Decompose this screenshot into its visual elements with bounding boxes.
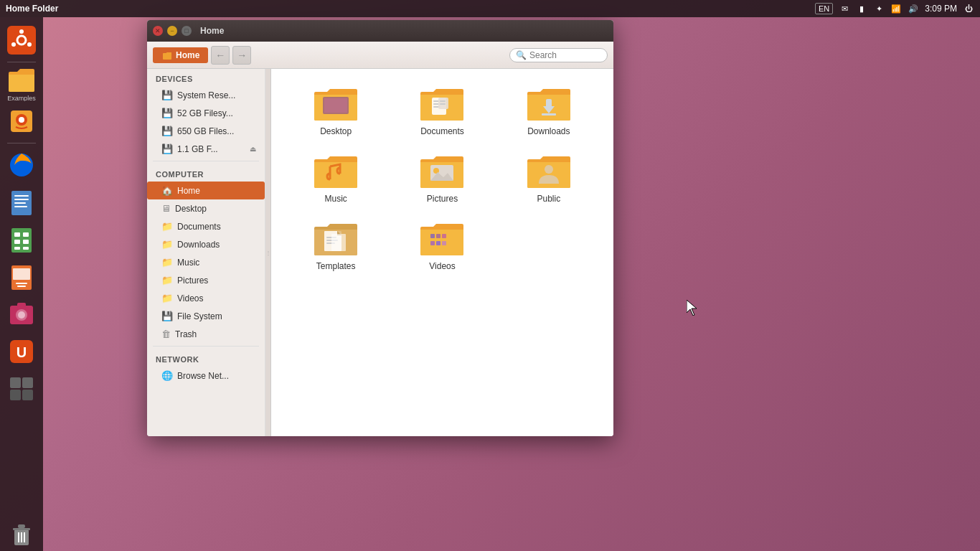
dock-item-ubuntu[interactable] — [4, 23, 39, 57]
power-icon[interactable]: ⏻ — [963, 3, 974, 14]
svg-point-28 — [18, 311, 25, 319]
sidebar-item-52gb[interactable]: 💾 52 GB Filesy... — [147, 104, 265, 122]
search-input[interactable] — [529, 50, 601, 60]
back-button[interactable]: ← — [211, 46, 230, 65]
eject-button[interactable]: ⏏ — [250, 145, 256, 153]
sidebar-resize-handle[interactable]: ⋮ — [265, 69, 271, 436]
sidebar-label-1gb: 1.1 GB F... — [177, 144, 218, 154]
svg-rect-25 — [17, 286, 26, 287]
folder-music-label: Music — [324, 194, 347, 204]
dock-item-workspace[interactable] — [4, 372, 39, 406]
dock-separator-2 — [7, 143, 36, 143]
svg-rect-19 — [23, 240, 29, 244]
dock-item-trash[interactable] — [4, 517, 39, 551]
maximize-button[interactable]: □ — [182, 26, 192, 36]
mail-icon[interactable]: ✉ — [839, 3, 850, 14]
file-manager-window: ✕ − □ Home Home ← → 🔍 Devices — [147, 20, 613, 436]
svg-rect-17 — [23, 232, 29, 237]
minimize-button[interactable]: − — [167, 26, 177, 36]
dock-item-impress[interactable] — [4, 260, 39, 294]
svg-rect-66 — [430, 234, 435, 238]
clock: 3:09 PM — [925, 4, 957, 14]
sidebar: Devices 💾 System Rese... 💾 52 GB Filesy.… — [147, 69, 265, 436]
battery-icon[interactable]: ▮ — [856, 3, 867, 14]
sidebar-label-650gb: 650 GB Files... — [177, 126, 234, 136]
sidebar-label-desktop: Desktop — [175, 204, 207, 214]
svg-rect-11 — [14, 195, 29, 197]
svg-point-4 — [11, 42, 16, 47]
sidebar-item-650gb[interactable]: 💾 650 GB Files... — [147, 122, 265, 140]
dock-item-firefox[interactable] — [4, 148, 39, 182]
folder-desktop-icon — [313, 86, 359, 123]
drive-icon-1: 💾 — [161, 90, 173, 100]
svg-rect-32 — [10, 377, 21, 388]
keyboard-indicator[interactable]: EN — [815, 3, 833, 14]
sidebar-section-computer: Computer — [147, 164, 265, 182]
dock-item-writer[interactable] — [4, 185, 39, 220]
svg-rect-69 — [430, 241, 435, 245]
close-button[interactable]: ✕ — [153, 26, 163, 36]
svg-rect-67 — [436, 234, 440, 238]
dock-item-calc[interactable] — [4, 222, 39, 257]
sidebar-item-music[interactable]: 📁 Music — [147, 253, 265, 271]
forward-button[interactable]: → — [232, 46, 251, 65]
sidebar-item-system-reserved[interactable]: 💾 System Rese... — [147, 86, 265, 104]
folder-public-label: Public — [537, 194, 560, 204]
search-box[interactable]: 🔍 — [509, 48, 608, 62]
content-area: Devices 💾 System Rese... 💾 52 GB Filesy.… — [147, 69, 613, 436]
documents-icon: 📁 — [161, 221, 173, 232]
svg-rect-12 — [14, 199, 29, 200]
sidebar-item-documents[interactable]: 📁 Documents — [147, 217, 265, 235]
sidebar-item-downloads[interactable]: 📁 Downloads — [147, 235, 265, 253]
sidebar-section-devices: Devices — [147, 69, 265, 86]
folder-desktop[interactable]: Desktop — [283, 80, 389, 142]
wifi-icon[interactable]: 📶 — [890, 3, 902, 14]
sidebar-divider-2 — [153, 346, 259, 347]
folder-downloads-icon — [526, 86, 572, 123]
svg-rect-70 — [436, 241, 440, 245]
network-icon: 🌐 — [161, 370, 173, 381]
sidebar-item-1gb[interactable]: 💾 1.1 GB F... ⏏ — [147, 140, 265, 158]
folder-videos[interactable]: Videos — [389, 215, 495, 277]
dock-item-shotwell[interactable] — [4, 297, 39, 331]
folder-public[interactable]: Public — [496, 148, 602, 209]
sidebar-label-pictures: Pictures — [177, 276, 208, 286]
sidebar-item-pictures[interactable]: 📁 Pictures — [147, 271, 265, 289]
svg-rect-29 — [17, 303, 26, 307]
dock-item-ubuntu-one[interactable]: U — [4, 334, 39, 369]
sidebar-label-trash: Trash — [175, 329, 197, 339]
toolbar: Home ← → 🔍 — [147, 42, 613, 69]
sidebar-item-desktop[interactable]: 🖥 Desktop — [147, 199, 265, 217]
sidebar-item-home[interactable]: 🏠 Home — [147, 182, 265, 199]
bluetooth-icon[interactable]: ✦ — [873, 3, 885, 14]
svg-rect-51 — [440, 103, 446, 105]
folder-documents[interactable]: Documents — [389, 80, 495, 142]
sidebar-label-videos: Videos — [177, 293, 203, 303]
sidebar-item-filesystem[interactable]: 💾 File System — [147, 307, 265, 325]
trash-icon-sm: 🗑 — [161, 329, 171, 339]
folder-downloads[interactable]: Downloads — [496, 80, 602, 142]
location-button[interactable]: Home — [153, 47, 208, 63]
sidebar-item-trash[interactable]: 🗑 Trash — [147, 325, 265, 343]
folder-pictures[interactable]: Pictures — [389, 148, 495, 209]
sidebar-item-browse-network[interactable]: 🌐 Browse Net... — [147, 367, 265, 385]
sidebar-divider-1 — [153, 161, 259, 161]
title-bar: ✕ − □ Home — [147, 20, 613, 42]
folder-music-icon — [313, 154, 359, 191]
folder-templates-icon — [313, 221, 359, 258]
folder-videos-label: Videos — [429, 261, 455, 271]
folder-videos-icon — [419, 221, 465, 258]
volume-icon[interactable]: 🔊 — [908, 3, 919, 14]
folder-templates[interactable]: Templates — [283, 215, 389, 277]
folder-downloads-label: Downloads — [527, 126, 570, 136]
dock-item-install[interactable] — [4, 104, 39, 138]
sidebar-item-videos[interactable]: 📁 Videos — [147, 289, 265, 307]
dock: Examples — [0, 17, 43, 551]
svg-rect-21 — [23, 247, 29, 250]
svg-rect-18 — [14, 240, 20, 244]
svg-rect-34 — [10, 390, 21, 400]
dock-item-examples[interactable]: Examples — [4, 67, 39, 101]
folder-music[interactable]: Music — [283, 148, 389, 209]
folder-public-icon — [526, 154, 572, 191]
folder-pictures-label: Pictures — [427, 194, 458, 204]
